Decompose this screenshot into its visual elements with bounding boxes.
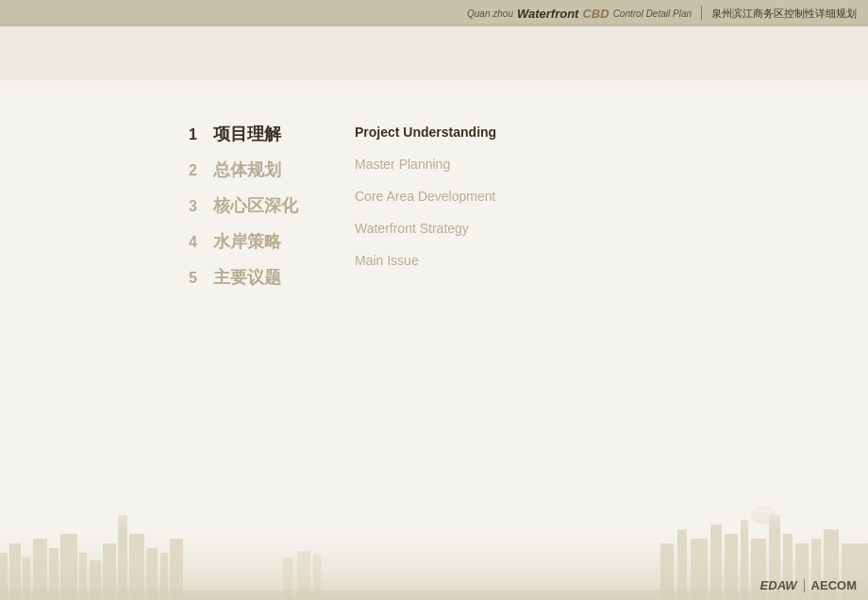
footer-edaw: EDAW [760, 578, 797, 592]
english-item-5[interactable]: Main Issue [355, 253, 496, 268]
header-quanzhou: Quan zhou [467, 8, 513, 19]
menu-label-2: 总体规划 [213, 158, 281, 181]
menu-label-3: 核心区深化 [213, 194, 298, 217]
menu-num-3: 3 [189, 198, 204, 215]
english-item-3[interactable]: Core Area Development [355, 189, 496, 204]
header-title-group: Quan zhou Waterfront CBD Control Detail … [467, 6, 857, 21]
header-cbd: CBD [582, 7, 609, 21]
english-item-2[interactable]: Master Planning [355, 157, 496, 172]
header-divider [701, 6, 702, 21]
svg-rect-33 [0, 487, 868, 600]
footer-aecom: AECOM [811, 578, 857, 592]
svg-rect-0 [0, 24, 868, 80]
english-list: Project UnderstandingMaster PlanningCore… [355, 123, 496, 289]
header-waterfront: Waterfront [517, 7, 578, 21]
footer-divider [804, 579, 805, 592]
menu-item-3[interactable]: 3核心区深化 [189, 194, 298, 217]
header-chinese: 泉州滨江商务区控制性详细规划 [711, 7, 857, 21]
menu-item-1[interactable]: 1项目理解 [189, 123, 298, 145]
menu-label-1: 项目理解 [213, 123, 281, 145]
menu-label-4: 水岸策略 [213, 230, 281, 253]
bg-silhouette-top [0, 24, 868, 80]
menu-label-5: 主要议题 [213, 266, 281, 289]
footer: EDAW AECOM [760, 578, 857, 592]
menu-list: 1项目理解2总体规划3核心区深化4水岸策略5主要议题 [189, 123, 298, 289]
menu-num-5: 5 [189, 270, 204, 287]
english-item-4[interactable]: Waterfront Strategy [355, 221, 496, 236]
english-item-1[interactable]: Project Understanding [355, 125, 496, 140]
menu-num-2: 2 [189, 162, 204, 179]
main-content: 1项目理解2总体规划3核心区深化4水岸策略5主要议题 Project Under… [189, 123, 496, 289]
menu-item-2[interactable]: 2总体规划 [189, 158, 298, 181]
menu-num-1: 1 [189, 126, 204, 143]
menu-item-5[interactable]: 5主要议题 [189, 266, 298, 289]
menu-item-4[interactable]: 4水岸策略 [189, 230, 298, 253]
header-bar: Quan zhou Waterfront CBD Control Detail … [0, 0, 868, 26]
header-control: Control Detail Plan [613, 8, 692, 19]
menu-num-4: 4 [189, 234, 204, 251]
bottom-cityscape [0, 487, 868, 600]
